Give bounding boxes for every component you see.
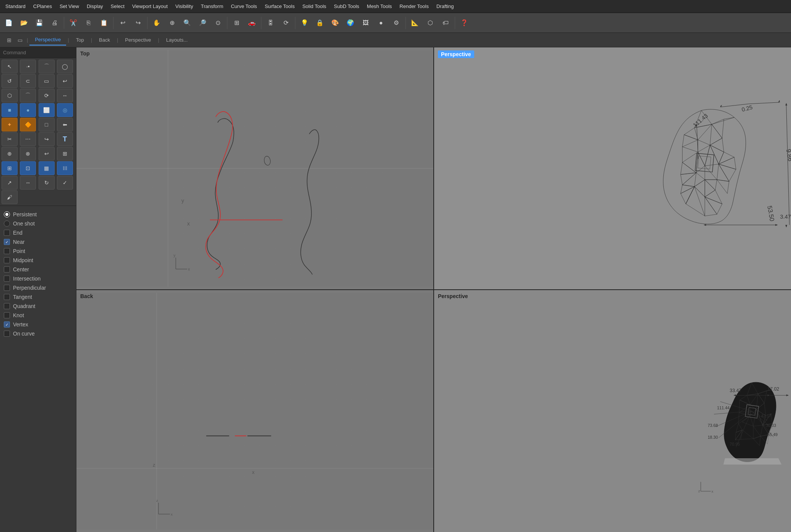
tool-curve-from-pts[interactable]: ⌒ bbox=[39, 60, 55, 73]
tool-offset-srf[interactable]: □ bbox=[39, 118, 55, 131]
tool-split[interactable]: ⋯ bbox=[20, 132, 36, 146]
tab-layouts[interactable]: Layouts... bbox=[161, 35, 193, 45]
tool-analyze[interactable]: ⊕ bbox=[2, 147, 18, 161]
tool-check[interactable]: ✓ bbox=[57, 176, 73, 190]
tool-array-rect[interactable]: ▦ bbox=[39, 161, 55, 175]
osnap-item-perpendicular[interactable]: Perpendicular bbox=[3, 283, 73, 292]
menu-item-viewport-layout[interactable]: Viewport Layout bbox=[128, 2, 172, 11]
toolbar-btn-materials[interactable]: 🎨 bbox=[328, 16, 342, 30]
tool-polygon[interactable]: ⬡ bbox=[2, 89, 18, 102]
tab-perspective-1[interactable]: Perspective bbox=[29, 34, 66, 45]
tool-move[interactable]: ↗ bbox=[2, 176, 18, 190]
toolbar-btn-zoom-out[interactable]: 🔎 bbox=[195, 16, 210, 30]
toolbar-btn-new[interactable]: 📄 bbox=[2, 16, 16, 30]
menu-item-select[interactable]: Select bbox=[107, 2, 128, 11]
tool-blend-srf[interactable]: ⟳ bbox=[39, 89, 55, 102]
tool-ungroup[interactable]: ↩ bbox=[39, 147, 55, 161]
toolbar-btn-environment[interactable]: 🌍 bbox=[343, 16, 358, 30]
tool-trim[interactable]: ✂ bbox=[2, 132, 18, 146]
toolbar-btn-hatch[interactable]: ⬡ bbox=[423, 16, 438, 30]
osnap-item-near[interactable]: Near bbox=[3, 237, 73, 247]
tool-text[interactable]: T bbox=[57, 132, 73, 146]
toolbar-btn-pan[interactable]: ✋ bbox=[149, 16, 164, 30]
toolbar-btn-save[interactable]: 💾 bbox=[32, 16, 47, 30]
menu-item-cplanes[interactable]: CPlanes bbox=[29, 2, 56, 11]
tool-pipe[interactable]: ↩ bbox=[57, 74, 73, 88]
viewport-back[interactable]: Back z x bbox=[76, 290, 433, 532]
menu-item-visibility[interactable]: Visibility bbox=[172, 2, 197, 11]
toolbar-btn-copy[interactable]: ⎘ bbox=[81, 16, 96, 30]
tool-paint[interactable]: 🖌 bbox=[2, 190, 18, 204]
tool-grid[interactable]: ⊞ bbox=[2, 161, 18, 175]
tool-revolve[interactable]: ↺ bbox=[2, 74, 18, 88]
osnap-item-tangent[interactable]: Tangent bbox=[3, 292, 73, 302]
tool-explode[interactable]: ✦ bbox=[2, 118, 18, 131]
toolbar-btn-zoom-extent[interactable]: ⊕ bbox=[165, 16, 179, 30]
toolbar-btn-undo[interactable]: ↩ bbox=[115, 16, 130, 30]
toolbar-btn-render-preview[interactable]: 🖼 bbox=[358, 16, 373, 30]
toolbar-btn-properties[interactable]: 🎛 bbox=[263, 16, 278, 30]
viewport-perspective-1[interactable]: Perspective 0.25 111.43 9.86 bbox=[434, 47, 791, 289]
toolbar-btn-viewport-layout[interactable]: ⊞ bbox=[229, 16, 244, 30]
toolbar-btn-dims[interactable]: 📐 bbox=[408, 16, 422, 30]
tool-box[interactable]: ■ bbox=[2, 103, 18, 117]
toolbar-btn-cut[interactable]: ✂️ bbox=[66, 16, 81, 30]
osnap-item-midpoint[interactable]: Midpoint bbox=[3, 256, 73, 265]
osnap-item-vertex[interactable]: Vertex bbox=[3, 320, 73, 329]
toolbar-btn-help[interactable]: ❓ bbox=[457, 16, 472, 30]
menu-item-subd-tools[interactable]: SubD Tools bbox=[330, 2, 363, 11]
tool-boolean[interactable]: ⊞ bbox=[57, 147, 73, 161]
tool-dir[interactable]: ⬅ bbox=[57, 118, 73, 131]
menu-item-curve-tools[interactable]: Curve Tools bbox=[227, 2, 261, 11]
osnap-item-persistent[interactable]: Persistent bbox=[3, 210, 73, 219]
command-input[interactable] bbox=[0, 47, 76, 58]
osnap-item-end[interactable]: End bbox=[3, 228, 73, 237]
tool-circle[interactable]: ◯ bbox=[57, 60, 73, 73]
osnap-item-point[interactable]: Point bbox=[3, 247, 73, 256]
tool-sweep[interactable]: ⊂ bbox=[20, 74, 36, 88]
menu-item-solid-tools[interactable]: Solid Tools bbox=[298, 2, 330, 11]
tab-perspective-2[interactable]: Perspective bbox=[120, 35, 156, 45]
tool-rotate[interactable]: ↻ bbox=[39, 176, 55, 190]
tool-torus[interactable]: ◎ bbox=[57, 103, 73, 117]
tool-join[interactable]: ↔ bbox=[57, 89, 73, 102]
osnap-item-on-curve[interactable]: On curve bbox=[3, 329, 73, 338]
tool-sphere[interactable]: ● bbox=[20, 103, 36, 117]
tool-point[interactable]: ·• bbox=[20, 60, 36, 73]
tool-scale[interactable]: ↔ bbox=[20, 176, 36, 190]
menu-item-set-view[interactable]: Set View bbox=[56, 2, 83, 11]
toolbar-btn-sphere-primitive[interactable]: ● bbox=[374, 16, 388, 30]
tool-array-polar[interactable]: ⊡ bbox=[20, 161, 36, 175]
toolbar-btn-turntable[interactable]: 🚗 bbox=[245, 16, 259, 30]
menu-item-render-tools[interactable]: Render Tools bbox=[396, 2, 433, 11]
tab-back[interactable]: Back bbox=[94, 35, 115, 45]
osnap-item-center[interactable]: Center bbox=[3, 265, 73, 274]
tool-select[interactable]: ↖ bbox=[2, 60, 18, 73]
tool-fillet-srf[interactable]: ⌒ bbox=[20, 89, 36, 102]
toolbar-btn-history[interactable]: ⟳ bbox=[279, 16, 293, 30]
menu-item-standard[interactable]: Standard bbox=[2, 2, 29, 11]
toolbar-btn-zoom-window[interactable]: ⊙ bbox=[211, 16, 225, 30]
osnap-item-quadrant[interactable]: Quadrant bbox=[3, 302, 73, 311]
tool-extract-srf[interactable]: 🔶 bbox=[20, 118, 36, 131]
toolbar-btn-settings[interactable]: ⚙ bbox=[389, 16, 404, 30]
toolbar-btn-annotation[interactable]: 🏷 bbox=[438, 16, 453, 30]
osnap-item-knot[interactable]: Knot bbox=[3, 311, 73, 320]
menu-item-transform[interactable]: Transform bbox=[197, 2, 227, 11]
osnap-item-one-shot[interactable]: One shot bbox=[3, 219, 73, 228]
tab-top[interactable]: Top bbox=[71, 35, 89, 45]
osnap-item-intersection[interactable]: Intersection bbox=[3, 274, 73, 283]
viewport-top[interactable]: Top y x bbox=[76, 47, 433, 289]
menu-item-drafting[interactable]: Drafting bbox=[433, 2, 458, 11]
toolbar-btn-lights[interactable]: 💡 bbox=[297, 16, 312, 30]
menu-item-surface-tools[interactable]: Surface Tools bbox=[261, 2, 299, 11]
tool-cylinder[interactable]: ⬜ bbox=[39, 103, 55, 117]
toolbar-btn-zoom-in[interactable]: 🔍 bbox=[180, 16, 195, 30]
toolbar-btn-open[interactable]: 📂 bbox=[17, 16, 31, 30]
tool-extend[interactable]: ↪ bbox=[39, 132, 55, 146]
viewport-perspective-2[interactable]: Perspective 33.47 17.02 bbox=[434, 290, 791, 532]
tool-surface[interactable]: ▭ bbox=[39, 74, 55, 88]
toolbar-btn-redo[interactable]: ↪ bbox=[131, 16, 145, 30]
toolbar-btn-paste[interactable]: 📋 bbox=[97, 16, 111, 30]
viewport-maximize-icon[interactable]: ▭ bbox=[15, 35, 25, 45]
